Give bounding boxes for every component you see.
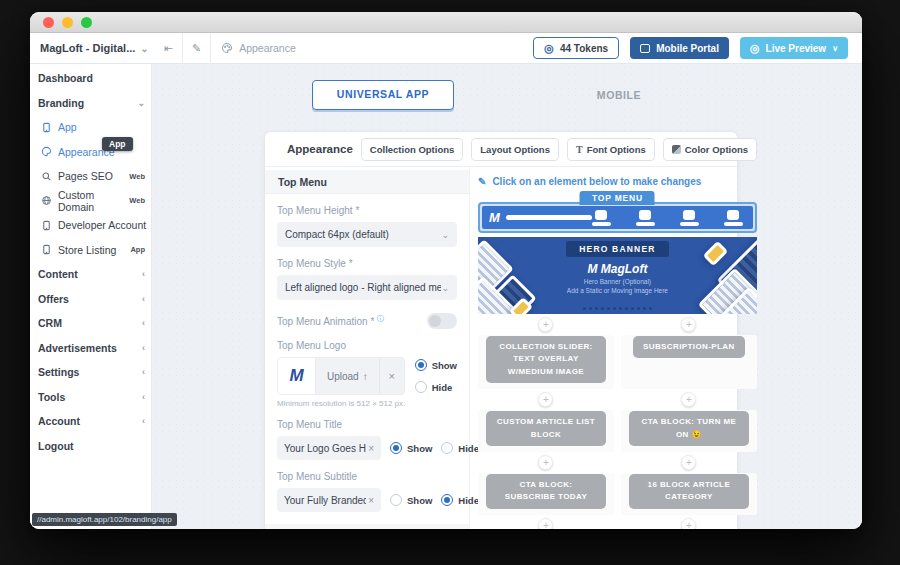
sidebar-item-label: CRM bbox=[38, 317, 62, 329]
workspace-selector[interactable]: MagLoft - Digital... ⌄ bbox=[30, 42, 155, 54]
sidebar-item-appearance[interactable]: Appearance bbox=[30, 140, 151, 165]
sidebar-item-branding[interactable]: Branding⌄ bbox=[30, 91, 151, 116]
add-block-button[interactable]: + bbox=[681, 455, 696, 470]
add-block-button[interactable]: + bbox=[538, 455, 553, 470]
minimize-window-icon[interactable] bbox=[62, 17, 73, 28]
sidebar-item-advertisements[interactable]: Advertisements‹ bbox=[30, 336, 151, 361]
collection-options-button[interactable]: Collection Options bbox=[361, 138, 463, 161]
top-menu-preview[interactable]: TOP MENU M bbox=[478, 202, 757, 233]
title-show-radio[interactable]: Show bbox=[390, 442, 432, 454]
close-window-icon[interactable] bbox=[43, 17, 54, 28]
sidebar-item-dashboard[interactable]: Dashboard bbox=[30, 66, 151, 91]
chevron-left-icon: ‹ bbox=[142, 343, 145, 353]
add-block-button[interactable]: + bbox=[681, 392, 696, 407]
subtitle-show-radio[interactable]: Show bbox=[390, 494, 432, 506]
platform-tabs: UNIVERSAL APP MOBILE bbox=[265, 80, 737, 110]
top-menu-subtitle-label: Top Menu Subtitle bbox=[277, 471, 457, 482]
chevron-left-icon: ‹ bbox=[142, 392, 145, 402]
radio-unselected bbox=[441, 442, 453, 454]
top-menu-height-select[interactable]: Compact 64px (default) ⌄ bbox=[277, 222, 457, 247]
platform-badge: App bbox=[130, 245, 145, 254]
button-label: Layout Options bbox=[480, 144, 550, 155]
app-toolbar: MagLoft - Digital... ⌄ ⇤ ✎ Appearance ◎ … bbox=[30, 33, 862, 64]
block-collection-slider[interactable]: COLLECTION SLIDER: TEXT OVERLAY W/MEDIUM… bbox=[486, 336, 606, 383]
remove-logo-button[interactable]: × bbox=[380, 358, 404, 394]
input-value: Your Logo Goes He bbox=[284, 443, 366, 454]
hero-banner-preview[interactable]: HERO BANNER M MagLoft Hero Banner (Optio… bbox=[478, 237, 757, 314]
sidebar-item-pages-seo[interactable]: Pages SEO Web bbox=[30, 164, 151, 189]
mobile-app-icon bbox=[40, 121, 52, 133]
sidebar-item-label: App bbox=[58, 121, 77, 133]
sidebar-item-label: Tools bbox=[38, 391, 65, 403]
sidebar-item-content[interactable]: Content‹ bbox=[30, 262, 151, 287]
font-icon: T bbox=[576, 144, 583, 155]
add-block-button[interactable]: + bbox=[538, 317, 553, 332]
palette-icon bbox=[40, 146, 52, 158]
sidebar-item-settings[interactable]: Settings‹ bbox=[30, 360, 151, 385]
button-label: Font Options bbox=[587, 144, 646, 155]
sidebar-item-app[interactable]: App bbox=[30, 115, 151, 140]
block-16-article-category[interactable]: 16 BLOCK ARTICLE CATEGORY bbox=[629, 474, 749, 509]
section-menu-items: Menu Items bbox=[265, 524, 469, 529]
sidebar-item-tools[interactable]: Tools‹ bbox=[30, 385, 151, 410]
top-menu-logo-label: Top Menu Logo bbox=[277, 340, 457, 351]
add-block-button[interactable]: + bbox=[538, 518, 553, 529]
logo-show-radio[interactable]: Show bbox=[415, 359, 457, 371]
tab-mobile[interactable]: MOBILE bbox=[597, 80, 641, 110]
add-block-button[interactable]: + bbox=[538, 392, 553, 407]
block-cta-subscribe-today[interactable]: CTA BLOCK: SUBSCRIBE TODAY bbox=[486, 474, 606, 509]
main-area: UNIVERSAL APP MOBILE Appearance Collecti… bbox=[152, 64, 862, 529]
live-preview-button[interactable]: ◎ Live Preview ∨ bbox=[740, 37, 848, 59]
zoom-window-icon[interactable] bbox=[81, 17, 92, 28]
tokens-button[interactable]: ◎ 44 Tokens bbox=[533, 37, 619, 59]
block-custom-article-list[interactable]: CUSTOM ARTICLE LIST BLOCK bbox=[486, 411, 606, 446]
top-menu-animation-toggle[interactable] bbox=[427, 313, 457, 329]
collapse-sidebar-icon[interactable]: ⇤ bbox=[155, 42, 182, 55]
color-options-button[interactable]: Color Options bbox=[663, 138, 757, 161]
section-top-menu: Top Menu bbox=[265, 170, 469, 194]
pencil-icon[interactable]: ✎ bbox=[183, 42, 210, 55]
sidebar-item-logout[interactable]: Logout bbox=[30, 434, 151, 459]
sidebar-item-store-listing[interactable]: Store Listing App bbox=[30, 238, 151, 263]
sidebar-item-custom-domain[interactable]: Custom Domain Web bbox=[30, 189, 151, 214]
upload-button[interactable]: Upload↑ bbox=[316, 358, 380, 394]
radio-unselected bbox=[390, 494, 402, 506]
top-menu-title-input[interactable]: Your Logo Goes He × bbox=[277, 436, 381, 460]
tab-universal-app[interactable]: UNIVERSAL APP bbox=[312, 80, 454, 110]
chevron-left-icon: ‹ bbox=[142, 294, 145, 304]
font-options-button[interactable]: TFont Options bbox=[567, 138, 655, 161]
layout-options-button[interactable]: Layout Options bbox=[471, 138, 559, 161]
mobile-portal-button[interactable]: Mobile Portal bbox=[630, 37, 729, 59]
sidebar-item-label: Dashboard bbox=[38, 72, 93, 84]
sidebar-item-label: Account bbox=[38, 415, 80, 427]
breadcrumb-label: Appearance bbox=[239, 42, 296, 54]
add-block-button[interactable]: + bbox=[681, 518, 696, 529]
upload-label: Upload bbox=[327, 371, 359, 382]
logo-upload-group: M Upload↑ × bbox=[277, 357, 405, 395]
top-menu-style-label: Top Menu Style * bbox=[277, 258, 457, 269]
block-cta-turn-me-on[interactable]: CTA BLOCK: TURN ME ON 😉 bbox=[629, 411, 749, 446]
chevron-down-icon: ∨ bbox=[832, 44, 838, 53]
hero-line1: Hero Banner (Optional) bbox=[584, 278, 651, 285]
clear-input-icon[interactable]: × bbox=[368, 443, 374, 454]
sidebar-item-offers[interactable]: Offers‹ bbox=[30, 287, 151, 312]
pencil-icon: ✎ bbox=[478, 176, 486, 187]
platform-badge: Web bbox=[129, 172, 145, 181]
title-placeholder bbox=[506, 215, 592, 220]
top-menu-subtitle-input[interactable]: Your Fully Branded × bbox=[277, 488, 381, 512]
carousel-dots bbox=[583, 307, 652, 310]
clear-input-icon[interactable]: × bbox=[368, 495, 374, 506]
menu-items-placeholder bbox=[592, 210, 746, 226]
chevron-down-icon: ⌄ bbox=[441, 230, 449, 240]
add-block-button[interactable]: + bbox=[681, 317, 696, 332]
logo-hide-radio[interactable]: Hide bbox=[415, 381, 457, 393]
block-subscription-plan[interactable]: SUBSCRIPTION-PLAN bbox=[633, 336, 745, 358]
sidebar-item-account[interactable]: Account‹ bbox=[30, 409, 151, 434]
top-menu-animation-label: Top Menu Animation * ⓘ bbox=[277, 314, 384, 327]
sidebar-item-developer-account[interactable]: Developer Account App bbox=[30, 213, 151, 238]
mobile-portal-icon bbox=[640, 44, 650, 53]
workspace-label: MagLoft - Digital... bbox=[40, 42, 135, 54]
top-menu-style-select[interactable]: Left aligned logo - Right aligned menu ⌄ bbox=[277, 275, 457, 300]
sidebar-item-crm[interactable]: CRM‹ bbox=[30, 311, 151, 336]
radio-label: Hide bbox=[432, 382, 453, 393]
